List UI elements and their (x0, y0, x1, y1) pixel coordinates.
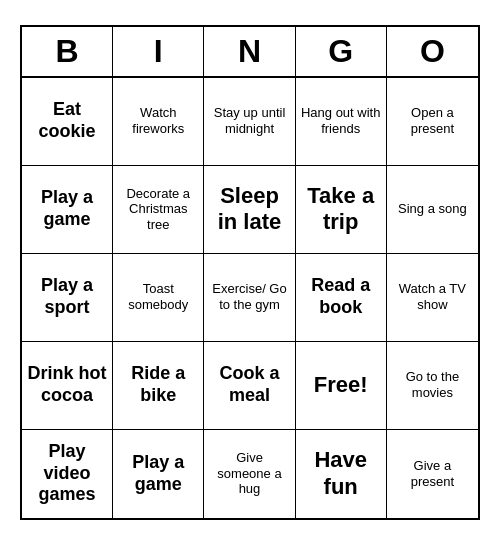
bingo-cell: Eat cookie (22, 78, 113, 166)
cell-label: Read a book (300, 275, 382, 318)
header-letter: I (113, 27, 204, 76)
cell-label: Play video games (26, 441, 108, 506)
cell-label: Watch a TV show (391, 281, 474, 312)
bingo-cell: Free! (296, 342, 387, 430)
cell-label: Stay up until midnight (208, 105, 290, 136)
bingo-card: BINGO Eat cookieWatch fireworksStay up u… (20, 25, 480, 520)
cell-label: Free! (314, 372, 368, 398)
bingo-cell: Toast somebody (113, 254, 204, 342)
cell-label: Cook a meal (208, 363, 290, 406)
bingo-cell: Stay up until midnight (204, 78, 295, 166)
cell-label: Hang out with friends (300, 105, 382, 136)
header-letter: B (22, 27, 113, 76)
bingo-cell: Cook a meal (204, 342, 295, 430)
bingo-cell: Sleep in late (204, 166, 295, 254)
bingo-cell: Drink hot cocoa (22, 342, 113, 430)
bingo-cell: Watch fireworks (113, 78, 204, 166)
bingo-cell: Exercise/ Go to the gym (204, 254, 295, 342)
bingo-cell: Sing a song (387, 166, 478, 254)
bingo-cell: Play a sport (22, 254, 113, 342)
bingo-cell: Take a trip (296, 166, 387, 254)
cell-label: Give someone a hug (208, 450, 290, 497)
bingo-cell: Play video games (22, 430, 113, 518)
cell-label: Drink hot cocoa (26, 363, 108, 406)
cell-label: Sleep in late (208, 183, 290, 236)
cell-label: Watch fireworks (117, 105, 199, 136)
cell-label: Go to the movies (391, 369, 474, 400)
cell-label: Sing a song (398, 201, 467, 217)
cell-label: Play a game (117, 452, 199, 495)
cell-label: Give a present (391, 458, 474, 489)
bingo-cell: Go to the movies (387, 342, 478, 430)
bingo-cell: Read a book (296, 254, 387, 342)
cell-label: Have fun (300, 447, 382, 500)
bingo-cell: Give someone a hug (204, 430, 295, 518)
bingo-cell: Open a present (387, 78, 478, 166)
bingo-header: BINGO (22, 27, 478, 78)
header-letter: O (387, 27, 478, 76)
bingo-grid: Eat cookieWatch fireworksStay up until m… (22, 78, 478, 518)
cell-label: Decorate a Christmas tree (117, 186, 199, 233)
header-letter: N (204, 27, 295, 76)
bingo-cell: Decorate a Christmas tree (113, 166, 204, 254)
cell-label: Toast somebody (117, 281, 199, 312)
cell-label: Open a present (391, 105, 474, 136)
cell-label: Eat cookie (26, 99, 108, 142)
cell-label: Take a trip (300, 183, 382, 236)
bingo-cell: Have fun (296, 430, 387, 518)
bingo-cell: Give a present (387, 430, 478, 518)
bingo-cell: Hang out with friends (296, 78, 387, 166)
bingo-cell: Play a game (113, 430, 204, 518)
bingo-cell: Play a game (22, 166, 113, 254)
cell-label: Ride a bike (117, 363, 199, 406)
cell-label: Exercise/ Go to the gym (208, 281, 290, 312)
cell-label: Play a game (26, 187, 108, 230)
bingo-cell: Ride a bike (113, 342, 204, 430)
header-letter: G (296, 27, 387, 76)
bingo-cell: Watch a TV show (387, 254, 478, 342)
cell-label: Play a sport (26, 275, 108, 318)
